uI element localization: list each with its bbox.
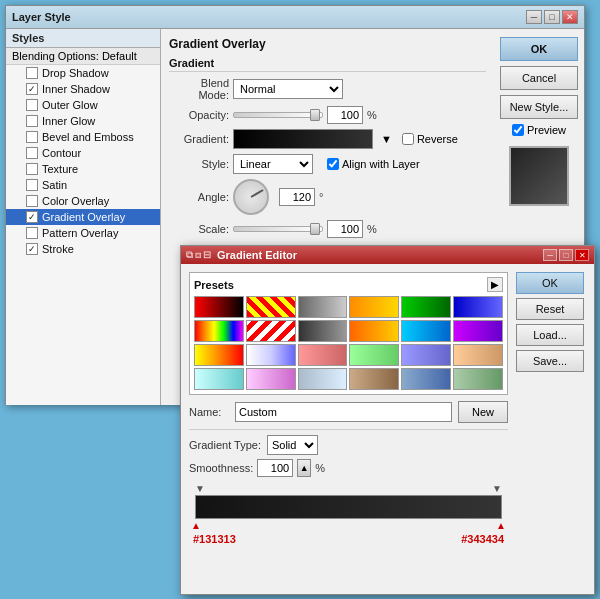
style-checkbox[interactable]: ✓ — [26, 243, 38, 255]
style-item-contour[interactable]: Contour — [6, 145, 160, 161]
style-item-inner-shadow[interactable]: ✓Inner Shadow — [6, 81, 160, 97]
style-item-bevel-and-emboss[interactable]: Bevel and Emboss — [6, 129, 160, 145]
preset-item-17[interactable] — [401, 344, 451, 366]
style-checkbox[interactable] — [26, 67, 38, 79]
preset-item-9[interactable] — [298, 320, 348, 342]
cancel-button[interactable]: Cancel — [500, 66, 578, 90]
stop-bottom-right[interactable]: ▲ — [496, 520, 506, 531]
preset-item-3[interactable] — [298, 296, 348, 318]
ge-reset-button[interactable]: Reset — [516, 298, 584, 320]
preset-item-23[interactable] — [401, 368, 451, 390]
opacity-slider[interactable] — [233, 112, 323, 118]
preset-item-8[interactable] — [246, 320, 296, 342]
ge-new-button[interactable]: New — [458, 401, 508, 423]
ge-smooth-input[interactable] — [257, 459, 293, 477]
preset-item-21[interactable] — [298, 368, 348, 390]
opacity-input[interactable] — [327, 106, 363, 124]
preview-checkbox[interactable] — [512, 124, 524, 136]
angle-indicator — [251, 189, 264, 198]
blend-mode-select[interactable]: Normal Multiply Screen — [233, 79, 343, 99]
ge-type-select[interactable]: Solid Noise — [267, 435, 318, 455]
style-checkbox[interactable] — [26, 147, 38, 159]
reverse-checkbox[interactable] — [402, 133, 414, 145]
ge-name-input[interactable] — [235, 402, 452, 422]
style-item-label: Color Overlay — [42, 195, 109, 207]
preset-item-7[interactable] — [194, 320, 244, 342]
blending-options-item[interactable]: Blending Options: Default — [6, 48, 160, 65]
style-item-drop-shadow[interactable]: Drop Shadow — [6, 65, 160, 81]
style-checkbox[interactable] — [26, 227, 38, 239]
style-label: Style: — [169, 158, 229, 170]
style-item-outer-glow[interactable]: Outer Glow — [6, 97, 160, 113]
scale-input[interactable] — [327, 220, 363, 238]
preset-item-13[interactable] — [194, 344, 244, 366]
preset-item-1[interactable] — [194, 296, 244, 318]
angle-dial[interactable] — [233, 179, 269, 215]
style-item-gradient-overlay[interactable]: ✓Gradient Overlay — [6, 209, 160, 225]
preset-item-24[interactable] — [453, 368, 503, 390]
preset-item-5[interactable] — [401, 296, 451, 318]
angle-input[interactable] — [279, 188, 315, 206]
align-layer-checkbox[interactable] — [327, 158, 339, 170]
ge-type-row: Gradient Type: Solid Noise — [189, 429, 508, 455]
ge-ok-button[interactable]: OK — [516, 272, 584, 294]
ge-maximize-button[interactable]: □ — [559, 249, 573, 261]
styles-panel: Styles Blending Options: Default Drop Sh… — [6, 29, 161, 405]
gradient-editor-body: Presets ▶ Name: New Gradient Type: — [181, 264, 594, 557]
style-item-pattern-overlay[interactable]: Pattern Overlay — [6, 225, 160, 241]
style-checkbox[interactable] — [26, 115, 38, 127]
ge-load-button[interactable]: Load... — [516, 324, 584, 346]
close-button[interactable]: ✕ — [562, 10, 578, 24]
style-item-color-overlay[interactable]: Color Overlay — [6, 193, 160, 209]
preset-item-16[interactable] — [349, 344, 399, 366]
scale-slider[interactable] — [233, 226, 323, 232]
ok-button[interactable]: OK — [500, 37, 578, 61]
gradient-bar-preview[interactable] — [195, 495, 502, 519]
dropdown-arrow[interactable]: ▼ — [381, 133, 392, 145]
preset-item-19[interactable] — [194, 368, 244, 390]
ge-close-button[interactable]: ✕ — [575, 249, 589, 261]
style-checkbox[interactable]: ✓ — [26, 211, 38, 223]
presets-scroll-area[interactable] — [194, 296, 503, 390]
minimize-button[interactable]: ─ — [526, 10, 542, 24]
stop-bottom-left[interactable]: ▲ — [191, 520, 201, 531]
ge-name-row: Name: New — [189, 401, 508, 423]
style-checkbox[interactable] — [26, 163, 38, 175]
preset-item-10[interactable] — [349, 320, 399, 342]
style-checkbox[interactable]: ✓ — [26, 83, 38, 95]
presets-expand-icon[interactable]: ▶ — [487, 277, 503, 292]
style-checkbox[interactable] — [26, 179, 38, 191]
preset-item-2[interactable] — [246, 296, 296, 318]
new-style-button[interactable]: New Style... — [500, 95, 578, 119]
style-select[interactable]: Linear Radial Angle — [233, 154, 313, 174]
style-item-stroke[interactable]: ✓Stroke — [6, 241, 160, 257]
align-layer-text: Align with Layer — [342, 158, 420, 170]
stop-color-left: #131313 — [193, 533, 236, 545]
stop-top-right: ▼ — [492, 483, 502, 494]
style-checkbox[interactable] — [26, 99, 38, 111]
preset-item-12[interactable] — [453, 320, 503, 342]
ge-minimize-button[interactable]: ─ — [543, 249, 557, 261]
gradient-editor-main: Presets ▶ Name: New Gradient Type: — [189, 272, 508, 549]
blend-mode-row: Blend Mode: Normal Multiply Screen — [169, 77, 486, 101]
presets-grid — [194, 296, 503, 390]
preset-item-18[interactable] — [453, 344, 503, 366]
maximize-button[interactable]: □ — [544, 10, 560, 24]
preset-item-15[interactable] — [298, 344, 348, 366]
style-item-texture[interactable]: Texture — [6, 161, 160, 177]
preset-item-11[interactable] — [401, 320, 451, 342]
preset-item-6[interactable] — [453, 296, 503, 318]
stepper-up-button[interactable]: ▲ — [297, 459, 311, 477]
style-item-satin[interactable]: Satin — [6, 177, 160, 193]
stop-top-left: ▼ — [195, 483, 205, 494]
ge-save-button[interactable]: Save... — [516, 350, 584, 372]
gradient-bar[interactable] — [233, 129, 373, 149]
preset-item-22[interactable] — [349, 368, 399, 390]
preset-item-14[interactable] — [246, 344, 296, 366]
style-item-inner-glow[interactable]: Inner Glow — [6, 113, 160, 129]
style-checkbox[interactable] — [26, 131, 38, 143]
preset-item-20[interactable] — [246, 368, 296, 390]
angle-row: Angle: ° — [169, 179, 486, 215]
style-checkbox[interactable] — [26, 195, 38, 207]
preset-item-4[interactable] — [349, 296, 399, 318]
